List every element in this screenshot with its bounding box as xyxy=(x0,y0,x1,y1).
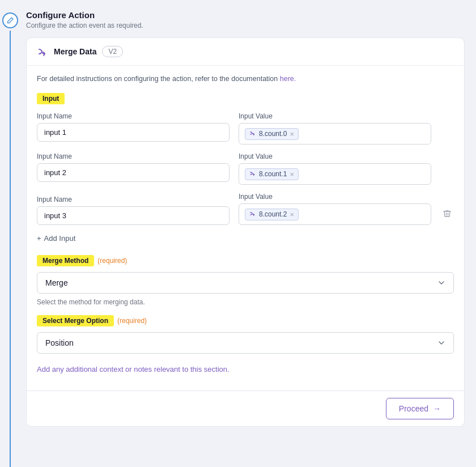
tag-icon-3 xyxy=(249,210,256,219)
card-header: Merge Data V2 xyxy=(27,38,464,66)
input-name-label-2: Input Name xyxy=(37,152,230,160)
value-tag-3: 8.count.2 × xyxy=(245,209,299,220)
delete-row-button-3[interactable] xyxy=(440,205,454,225)
input-value-col-3: Input Value xyxy=(239,193,431,225)
merge-method-label: Merge Method xyxy=(37,255,94,266)
input-name-field-1[interactable] xyxy=(37,123,230,142)
merge-method-dropdown[interactable]: Merge xyxy=(37,272,454,294)
merge-option-dropdown[interactable]: Position xyxy=(37,332,454,354)
tag-close-3[interactable]: × xyxy=(290,211,294,218)
input-name-col-3: Input Name xyxy=(37,196,230,225)
doc-note: For detailed instructions on configuring… xyxy=(37,75,454,83)
input-value-label-3: Input Value xyxy=(239,193,431,201)
merge-method-hint: Select the method for merging data. xyxy=(37,298,454,306)
tag-close-2[interactable]: × xyxy=(290,171,294,178)
input-value-col-1: Input Value xyxy=(239,112,431,145)
input-name-col-1: Input Name xyxy=(37,112,230,142)
card-title: Merge Data xyxy=(54,47,96,56)
merge-method-section: Merge Method (required) Merge Select the… xyxy=(37,255,454,306)
input-row-3: Input Name Input Value xyxy=(37,193,454,225)
input-row-1: Input Name Input Value xyxy=(37,112,454,145)
proceed-label: Proceed xyxy=(399,404,428,413)
add-label: Add Input xyxy=(44,234,76,243)
merge-method-label-row: Merge Method (required) xyxy=(37,255,127,266)
merge-icon xyxy=(37,46,48,57)
step-sidebar xyxy=(0,0,20,467)
input-row-2: Input Name Input Value xyxy=(37,152,454,185)
input-value-wrapper-3[interactable]: 8.count.2 × xyxy=(239,203,431,225)
merge-option-label-row: Select Merge Option (required) xyxy=(37,315,147,326)
notes-link[interactable]: Add any additional context or notes rele… xyxy=(37,358,454,381)
input-value-wrapper-2[interactable]: 8.count.1 × xyxy=(239,163,431,185)
input-value-label-1: Input Value xyxy=(239,112,431,120)
add-icon: + xyxy=(37,234,41,243)
tag-close-1[interactable]: × xyxy=(290,130,294,138)
input-value-col-2: Input Value xyxy=(239,152,431,185)
input-name-label-3: Input Name xyxy=(37,196,230,203)
merge-method-chevron-icon xyxy=(437,279,445,287)
tag-icon-1 xyxy=(249,130,256,138)
input-name-col-2: Input Name xyxy=(37,152,230,182)
edit-icon xyxy=(6,16,14,24)
value-tag-2: 8.count.1 × xyxy=(245,168,299,180)
merge-option-selected: Position xyxy=(45,338,74,347)
merge-option-chevron-icon xyxy=(437,339,445,347)
merge-method-selected: Merge xyxy=(45,278,68,287)
tag-icon-2 xyxy=(249,170,256,179)
input-name-field-2[interactable] xyxy=(37,163,230,182)
tag-text-2: 8.count.1 xyxy=(259,170,287,178)
input-section-label: Input xyxy=(37,93,65,104)
value-tag-1: 8.count.0 × xyxy=(245,128,299,140)
input-name-label-1: Input Name xyxy=(37,112,230,120)
card-body: For detailed instructions on configuring… xyxy=(27,66,464,390)
version-badge: V2 xyxy=(102,46,123,57)
doc-link[interactable]: here. xyxy=(280,75,296,83)
merge-option-label: Select Merge Option xyxy=(37,315,114,326)
merge-option-section: Select Merge Option (required) Position xyxy=(37,315,454,354)
proceed-button[interactable]: Proceed → xyxy=(386,398,454,419)
page-subtitle: Configure the action event as required. xyxy=(26,22,465,29)
footer-bar: Proceed → xyxy=(27,390,464,426)
step-circle xyxy=(2,12,18,28)
tag-text-3: 8.count.2 xyxy=(259,210,287,218)
proceed-arrow: → xyxy=(433,404,441,413)
step-line xyxy=(10,31,11,467)
merge-method-required: (required) xyxy=(97,257,127,265)
add-input-button[interactable]: + Add Input xyxy=(37,231,454,246)
input-value-label-2: Input Value xyxy=(239,152,431,160)
main-content: Configure Action Configure the action ev… xyxy=(20,0,476,467)
action-card: Merge Data V2 For detailed instructions … xyxy=(26,37,465,427)
page-title: Configure Action xyxy=(26,10,465,20)
tag-text-1: 8.count.0 xyxy=(259,130,287,138)
input-group: Input Name Input Value xyxy=(37,112,454,246)
input-name-field-3[interactable] xyxy=(37,206,230,225)
merge-option-required: (required) xyxy=(117,317,147,325)
input-value-wrapper-1[interactable]: 8.count.0 × xyxy=(239,123,431,145)
